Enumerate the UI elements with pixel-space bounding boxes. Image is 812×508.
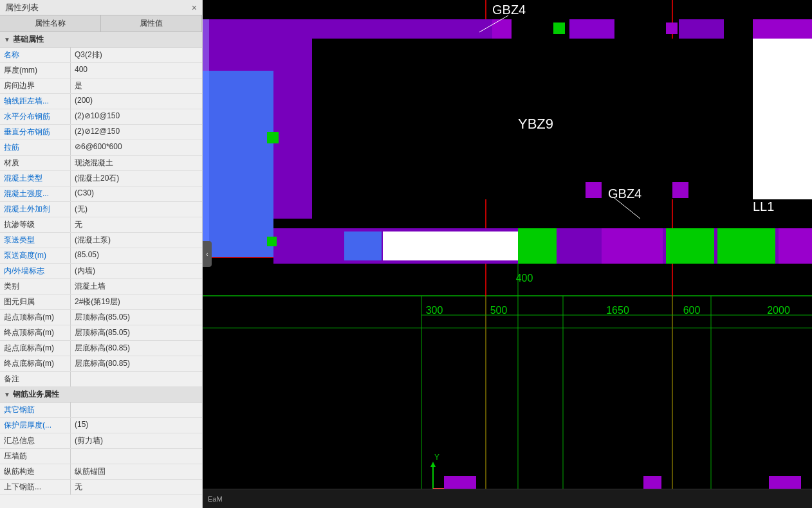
svg-rect-45 [586,182,602,198]
svg-rect-22 [203,19,209,71]
property-name[interactable]: 混凝土类型 [0,171,71,186]
property-name[interactable]: 混凝土外加剂 [0,202,71,217]
svg-text:300: 300 [426,305,443,316]
property-name: 压墙筋 [0,449,71,464]
svg-rect-33 [759,23,795,34]
status-text: EaM [208,495,223,503]
svg-rect-49 [344,231,382,260]
svg-text:GBZ4: GBZ4 [492,3,526,17]
property-value: (混凝土泵) [71,233,202,248]
property-name[interactable]: 混凝土强度... [0,186,71,201]
property-name[interactable]: 拉筋 [0,140,71,155]
property-value: Q3(2排) [71,48,202,62]
property-name: 起点底标高(m) [0,341,71,356]
collapse-handle[interactable]: ‹ [203,241,212,267]
table-row: 压墙筋 [0,449,202,464]
property-value: (200) [71,94,202,109]
property-name: 上下钢筋... [0,480,71,494]
svg-rect-24 [203,71,209,257]
status-bar: EaM [203,489,812,508]
section-label: 钢筋业务属性 [13,389,59,400]
property-name[interactable]: 垂直分布钢筋 [0,125,71,140]
svg-text:600: 600 [683,305,701,316]
property-name: 汇总信息 [0,433,71,448]
property-value: (内墙) [71,264,202,278]
table-row: 抗渗等级无 [0,217,202,233]
cad-canvas-area: GBZ4 GBZ3-4 YBZ9 GBZ4 LL1 GBZ12 300 400 … [203,0,812,508]
property-table: 属性名称 属性值 ▼基础属性名称Q3(2排)厚度(mm)400房间边界是轴线距左… [0,15,202,508]
property-value: (C30) [71,186,202,201]
svg-rect-23 [203,71,273,257]
svg-text:Y: Y [434,453,439,462]
table-row: 备注 [0,372,202,387]
property-name[interactable]: 保护层厚度(... [0,418,71,433]
svg-marker-74 [430,462,436,467]
col-name-header: 属性名称 [0,15,101,32]
svg-text:500: 500 [490,305,508,316]
property-value: (混凝土20石) [71,171,202,186]
property-name[interactable]: 名称 [0,48,71,62]
property-value: ⊘6@600*600 [71,140,202,155]
property-name[interactable]: 泵送类型 [0,233,71,248]
property-name: 纵筋构造 [0,464,71,479]
property-name[interactable]: 水平分布钢筋 [0,109,71,124]
svg-rect-35 [312,39,807,199]
table-row: 泵送类型(混凝土泵) [0,233,202,248]
table-row: 材质现浇混凝土 [0,156,202,171]
svg-text:1650: 1650 [606,305,629,316]
table-row: 终点顶标高(m)层顶标高(85.05) [0,325,202,341]
section-header-basic[interactable]: ▼基础属性 [0,32,202,48]
section-arrow: ▼ [4,391,10,398]
property-value [71,403,202,417]
svg-text:2000: 2000 [767,305,790,316]
svg-rect-31 [553,23,565,34]
property-name[interactable]: 其它钢筋 [0,403,71,417]
svg-rect-54 [779,228,812,264]
property-name[interactable]: 内/外墙标志 [0,264,71,278]
svg-rect-37 [753,19,812,39]
property-value: 层顶标高(85.05) [71,325,202,340]
property-value: 2#楼(第19层) [71,295,202,309]
svg-line-79 [479,15,508,32]
svg-rect-21 [203,19,273,71]
properties-panel: 属性列表 × 属性名称 属性值 ▼基础属性名称Q3(2排)厚度(mm)400房间… [0,0,203,508]
svg-rect-57 [267,237,277,246]
property-name: 抗渗等级 [0,217,71,232]
svg-rect-47 [273,228,812,264]
svg-rect-34 [273,19,312,219]
table-row: 终点底标高(m)层底标高(80.85) [0,356,202,372]
property-value: 层顶标高(85.05) [71,310,202,325]
property-value: 层底标高(80.85) [71,341,202,356]
property-value: 纵筋锚固 [71,464,202,479]
svg-rect-52 [666,228,714,264]
table-row: 保护层厚度(...(15) [0,418,202,433]
section-label: 基础属性 [13,34,44,45]
property-name[interactable]: 轴线距左墙... [0,94,71,109]
table-row: 混凝土强度...(C30) [0,186,202,202]
close-button[interactable]: × [192,3,197,13]
svg-text:YBZ9: YBZ9 [518,116,553,132]
table-row: 内/外墙标志(内墙) [0,264,202,279]
table-row: 轴线距左墙...(200) [0,94,202,109]
svg-rect-29 [762,19,812,39]
table-row: 其它钢筋 [0,403,202,418]
svg-rect-44 [267,132,279,143]
table-header: 属性名称 属性值 [0,15,202,32]
svg-rect-27 [569,19,614,39]
table-row: 垂直分布钢筋(2)⊘12@150 [0,125,202,140]
section-header-rebar[interactable]: ▼钢筋业务属性 [0,387,202,403]
property-value: (无) [71,202,202,217]
property-name[interactable]: 泵送高度(m) [0,248,71,263]
property-name: 图元归属 [0,295,71,309]
table-row: 混凝土外加剂(无) [0,202,202,217]
property-name: 房间边界 [0,78,71,93]
property-value: (85.05) [71,248,202,263]
svg-rect-50 [518,228,557,264]
property-value: 无 [71,480,202,494]
property-value: (2)⊘10@150 [71,109,202,124]
property-value: (剪力墙) [71,433,202,448]
svg-rect-53 [717,228,775,264]
panel-header: 属性列表 × [0,0,202,15]
svg-rect-28 [679,19,724,39]
svg-rect-30 [273,39,492,71]
